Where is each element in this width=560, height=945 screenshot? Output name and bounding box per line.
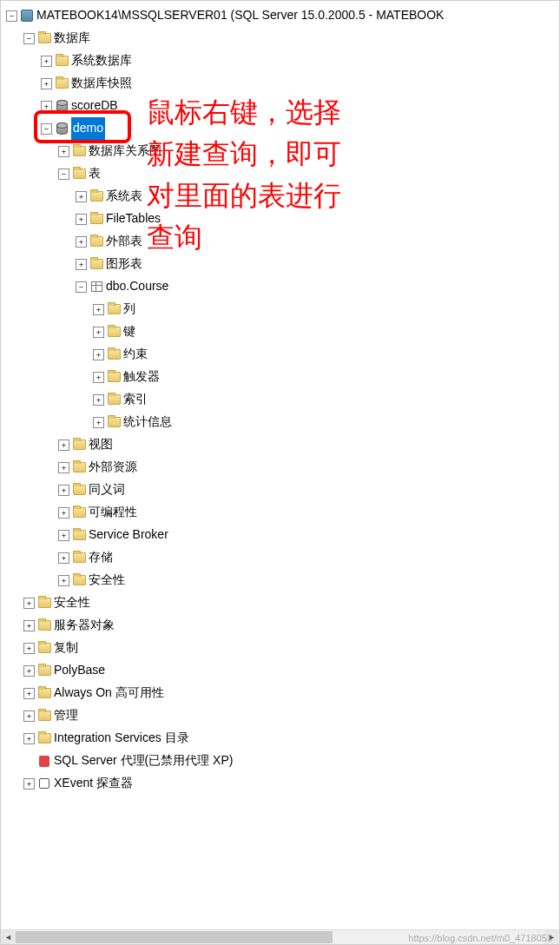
demo-db-node[interactable]: − demo — [4, 117, 559, 140]
statistics-node[interactable]: + 统计信息 — [4, 411, 559, 433]
system-tables-node[interactable]: + 系统表 — [4, 185, 559, 208]
external-resources-node[interactable]: + 外部资源 — [4, 456, 559, 479]
service-broker-node[interactable]: + Service Broker — [4, 524, 559, 546]
folder-icon — [107, 370, 121, 384]
scroll-thumb[interactable] — [16, 931, 333, 943]
expand-icon[interactable]: + — [23, 710, 35, 722]
spacer — [23, 756, 35, 767]
folder-icon — [107, 347, 121, 361]
expand-icon[interactable]: + — [76, 191, 87, 202]
replication-node[interactable]: + 复制 — [4, 637, 559, 659]
external-tables-node[interactable]: + 外部表 — [4, 230, 559, 253]
graph-tables-node[interactable]: + 图形表 — [4, 253, 559, 275]
filetables-node[interactable]: + FileTables — [4, 208, 559, 230]
columns-node[interactable]: + 列 — [4, 298, 559, 321]
expand-icon[interactable]: + — [23, 665, 35, 677]
collapse-icon[interactable]: − — [58, 169, 69, 180]
dbo-course-node[interactable]: − dbo.Course — [4, 275, 559, 298]
collapse-icon[interactable]: − — [6, 10, 17, 22]
node-label: 同义词 — [89, 479, 125, 501]
table-icon — [89, 280, 103, 294]
expand-icon[interactable]: + — [58, 462, 69, 473]
folder-icon — [72, 551, 86, 565]
node-label: 复制 — [54, 637, 78, 659]
expand-icon[interactable]: + — [58, 530, 69, 541]
expand-icon[interactable]: + — [76, 259, 87, 270]
expand-icon[interactable]: + — [23, 598, 35, 609]
system-db-node[interactable]: + 系统数据库 — [4, 50, 559, 72]
node-label: 系统数据库 — [71, 50, 132, 72]
scroll-track[interactable] — [16, 930, 544, 944]
collapse-icon[interactable]: − — [41, 123, 52, 135]
programmability-node[interactable]: + 可编程性 — [4, 501, 559, 524]
security-node[interactable]: + 安全性 — [4, 591, 559, 614]
expand-icon[interactable]: + — [23, 688, 35, 699]
node-label: 视图 — [89, 433, 113, 456]
expand-icon[interactable]: + — [58, 439, 69, 451]
node-label: 数据库快照 — [71, 72, 132, 95]
always-on-node[interactable]: + Always On 高可用性 — [4, 682, 559, 704]
expand-icon[interactable]: + — [93, 394, 104, 406]
db-security-node[interactable]: + 安全性 — [4, 569, 559, 591]
node-label: Always On 高可用性 — [54, 682, 164, 704]
expand-icon[interactable]: + — [76, 214, 87, 225]
synonyms-node[interactable]: + 同义词 — [4, 479, 559, 501]
expand-icon[interactable]: + — [76, 236, 87, 248]
collapse-icon[interactable]: − — [76, 281, 87, 293]
sql-agent-node[interactable]: SQL Server 代理(已禁用代理 XP) — [4, 750, 559, 772]
expand-icon[interactable]: + — [58, 552, 69, 564]
folder-icon — [37, 641, 51, 655]
expand-icon[interactable]: + — [93, 349, 104, 360]
expand-icon[interactable]: + — [58, 146, 69, 157]
scroll-right-button[interactable]: ► — [544, 930, 559, 944]
indexes-node[interactable]: + 索引 — [4, 388, 559, 411]
server-icon — [20, 9, 34, 23]
expand-icon[interactable]: + — [41, 56, 52, 67]
folder-icon — [107, 393, 121, 406]
folder-icon — [107, 325, 121, 339]
server-label: MATEBOOK14\MSSQLSERVER01 (SQL Server 15.… — [36, 4, 444, 27]
expand-icon[interactable]: + — [93, 327, 104, 338]
xevent-icon — [37, 776, 51, 790]
folder-icon — [55, 54, 69, 68]
server-node[interactable]: − MATEBOOK14\MSSQLSERVER01 (SQL Server 1… — [4, 4, 559, 27]
triggers-node[interactable]: + 触发器 — [4, 366, 559, 388]
expand-icon[interactable]: + — [41, 78, 52, 89]
expand-icon[interactable]: + — [23, 643, 35, 654]
expand-icon[interactable]: + — [23, 620, 35, 631]
expand-icon[interactable]: + — [93, 304, 104, 315]
scoredb-node[interactable]: + scoreDB — [4, 95, 559, 117]
horizontal-scrollbar[interactable]: ◄ ► — [1, 929, 559, 944]
node-label: 外部资源 — [89, 456, 137, 479]
diagrams-node[interactable]: + 数据库关系图 — [4, 140, 559, 162]
expand-icon[interactable]: + — [41, 101, 52, 112]
expand-icon[interactable]: + — [58, 575, 69, 586]
scroll-left-button[interactable]: ◄ — [1, 930, 16, 944]
databases-node[interactable]: − 数据库 — [4, 27, 559, 50]
expand-icon[interactable]: + — [93, 417, 104, 428]
node-label: Integration Services 目录 — [54, 727, 189, 750]
keys-node[interactable]: + 键 — [4, 321, 559, 343]
expand-icon[interactable]: + — [23, 778, 35, 790]
expand-icon[interactable]: + — [58, 507, 69, 519]
expand-icon[interactable]: + — [23, 733, 35, 744]
node-label: SQL Server 代理(已禁用代理 XP) — [54, 750, 233, 772]
xevent-node[interactable]: + XEvent 探查器 — [4, 772, 559, 795]
views-node[interactable]: + 视图 — [4, 433, 559, 456]
server-objects-node[interactable]: + 服务器对象 — [4, 614, 559, 637]
expand-icon[interactable]: + — [93, 372, 104, 383]
expand-icon[interactable]: + — [58, 485, 69, 496]
polybase-node[interactable]: + PolyBase — [4, 659, 559, 682]
constraints-node[interactable]: + 约束 — [4, 343, 559, 366]
collapse-icon[interactable]: − — [23, 33, 35, 44]
management-node[interactable]: + 管理 — [4, 704, 559, 727]
integration-services-node[interactable]: + Integration Services 目录 — [4, 727, 559, 750]
agent-icon — [37, 754, 51, 768]
tables-node[interactable]: − 表 — [4, 162, 559, 185]
folder-icon — [37, 618, 51, 632]
node-label: 安全性 — [54, 591, 90, 614]
storage-node[interactable]: + 存储 — [4, 546, 559, 569]
folder-icon — [107, 302, 121, 316]
node-label: scoreDB — [71, 95, 118, 117]
snapshot-node[interactable]: + 数据库快照 — [4, 72, 559, 95]
